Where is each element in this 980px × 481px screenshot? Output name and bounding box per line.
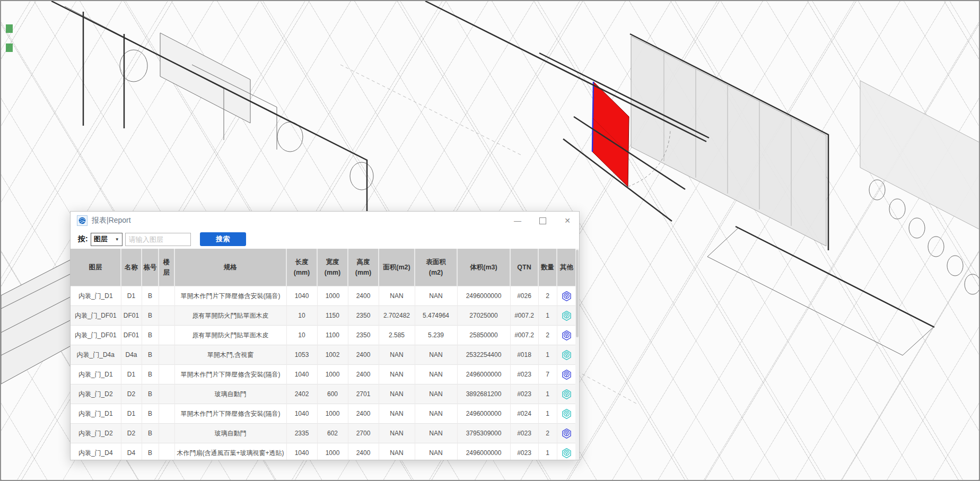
table-cell: 2350	[348, 306, 379, 326]
table-cell: D4a	[121, 345, 142, 365]
column-header: QTN	[510, 249, 538, 286]
close-button[interactable]: ✕	[563, 216, 572, 225]
table-cell: 3795309000	[457, 424, 510, 443]
table-cell: #023	[510, 424, 538, 443]
table-scrollbar[interactable]	[575, 249, 579, 460]
locate-in-model-icon[interactable]	[561, 310, 572, 321]
table-cell: NAN	[379, 384, 415, 404]
locate-in-model-icon[interactable]	[561, 428, 572, 439]
table-cell: 玻璃自動門	[174, 424, 286, 443]
report-dialog: 报表|Report — ✕ 按: 图层 ▼ 搜索 图层名称栋号楼层规格长度(mm…	[70, 211, 580, 460]
table-cell	[159, 326, 174, 345]
scrollbar-thumb[interactable]	[576, 250, 579, 337]
maximize-icon	[539, 217, 546, 224]
table-cell: 1040	[286, 365, 317, 384]
filter-keyword-input[interactable]	[125, 233, 191, 246]
locate-in-model-icon[interactable]	[561, 389, 572, 400]
table-cell: NAN	[379, 365, 415, 384]
dialog-titlebar[interactable]: 报表|Report — ✕	[71, 212, 579, 230]
table-cell: 1040	[286, 286, 317, 306]
table-cell: 1	[538, 404, 557, 424]
minimize-button[interactable]: —	[513, 216, 522, 225]
chevron-down-icon: ▼	[115, 237, 119, 242]
table-cell: NAN	[379, 345, 415, 365]
header-row: 图层名称栋号楼层规格长度(mm)宽度(mm)高度(mm)面积(m2)表面积(m2…	[71, 249, 576, 286]
table-cell: NAN	[415, 443, 457, 461]
locate-in-model-icon[interactable]	[561, 291, 572, 302]
table-cell: B	[142, 306, 159, 326]
table-cell: D2	[121, 424, 142, 443]
table-cell: #026	[510, 286, 538, 306]
table-cell: 2.585	[379, 326, 415, 345]
table-row[interactable]: 内装_门_D1D1B單開木作門片下降壓條含安裝(隔音)104010002400N…	[71, 365, 576, 384]
table-cell: 1100	[317, 326, 348, 345]
table-cell: 1002	[317, 345, 348, 365]
table-row[interactable]: 内装_门_D2D2B玻璃自動門24026002701NANNAN38926812…	[71, 384, 576, 404]
table-row[interactable]: 内装_门_D1D1B單開木作門片下降壓條含安裝(隔音)104010002400N…	[71, 404, 576, 424]
highlighted-door[interactable]	[592, 82, 629, 187]
table-cell-other	[557, 424, 576, 443]
locate-in-model-icon[interactable]	[561, 330, 572, 341]
table-cell: DF01	[121, 306, 142, 326]
table-cell: 内装_门_D1	[71, 286, 121, 306]
table-cell-other	[557, 443, 576, 461]
filter-type-dropdown[interactable]: 图层 ▼	[91, 233, 122, 246]
table-cell: B	[142, 424, 159, 443]
table-row[interactable]: 内装_门_DF01DF01B原有單開防火門貼單面木皮10115023502.70…	[71, 306, 576, 326]
column-header: 面积(m2)	[379, 249, 415, 286]
table-cell: 2.702482	[379, 306, 415, 326]
table-cell	[159, 345, 174, 365]
table-cell: 3892681200	[457, 384, 510, 404]
table-cell: 2402	[286, 384, 317, 404]
table-cell-other	[557, 345, 576, 365]
table-cell: 原有單開防火門貼單面木皮	[174, 306, 286, 326]
table-cell-other	[557, 306, 576, 326]
table-cell: 2496000000	[457, 443, 510, 461]
table-cell: D1	[121, 365, 142, 384]
table-cell: 内装_门_D4a	[71, 345, 121, 365]
table-cell: 單開木作門片下降壓條含安裝(隔音)	[174, 286, 286, 306]
column-header: 长度(mm)	[286, 249, 317, 286]
table-row[interactable]: 内装_门_D1D1B單開木作門片下降壓條含安裝(隔音)104010002400N…	[71, 286, 576, 306]
table-cell: D4	[121, 443, 142, 461]
table-row[interactable]: 内装_门_DF01DF01B原有單開防火門貼單面木皮10110023502.58…	[71, 326, 576, 345]
table-cell: 木作門扇(含通風百葉+玻璃視窗+透貼)	[174, 443, 286, 461]
table-cell: 2496000000	[457, 404, 510, 424]
table-row[interactable]: 内装_门_D4D4B木作門扇(含通風百葉+玻璃視窗+透貼)10401000240…	[71, 443, 576, 461]
plant-markers	[6, 24, 13, 52]
table-cell: 1053	[286, 345, 317, 365]
table-cell	[159, 443, 174, 461]
table-cell: 内装_门_D1	[71, 404, 121, 424]
table-cell: 單開木作門片下降壓條含安裝(隔音)	[174, 404, 286, 424]
table-cell: 1040	[286, 404, 317, 424]
column-header: 表面积(m2)	[415, 249, 457, 286]
table-cell: 2701	[348, 384, 379, 404]
table-cell	[159, 365, 174, 384]
table-cell: 2400	[348, 345, 379, 365]
table-cell: 2	[538, 326, 557, 345]
table-cell	[159, 384, 174, 404]
report-table-wrap: 图层名称栋号楼层规格长度(mm)宽度(mm)高度(mm)面积(m2)表面积(m2…	[71, 249, 579, 460]
locate-in-model-icon[interactable]	[561, 408, 572, 419]
column-header: 其他	[557, 249, 576, 286]
table-cell: NAN	[415, 365, 457, 384]
locate-in-model-icon[interactable]	[561, 448, 572, 459]
table-cell-other	[557, 365, 576, 384]
door-panel[interactable]	[592, 82, 629, 187]
maximize-button[interactable]	[538, 216, 547, 225]
table-cell: 2400	[348, 443, 379, 461]
table-cell	[159, 306, 174, 326]
locate-in-model-icon[interactable]	[561, 369, 572, 380]
table-cell: 2400	[348, 365, 379, 384]
table-row[interactable]: 内装_门_D4aD4aB單開木門,含視窗105310022400NANNAN25…	[71, 345, 576, 365]
search-button[interactable]: 搜索	[200, 232, 246, 246]
table-cell: 1	[538, 443, 557, 461]
table-cell: 2496000000	[457, 365, 510, 384]
locate-in-model-icon[interactable]	[561, 349, 572, 361]
filter-bar: 按: 图层 ▼ 搜索	[71, 230, 579, 249]
table-cell: 2400	[348, 286, 379, 306]
table-row[interactable]: 内装_门_D2D2B玻璃自動門23356022700NANNAN37953090…	[71, 424, 576, 443]
table-cell: 1	[538, 384, 557, 404]
column-header: 体积(m3)	[457, 249, 510, 286]
table-cell-other	[557, 326, 576, 345]
